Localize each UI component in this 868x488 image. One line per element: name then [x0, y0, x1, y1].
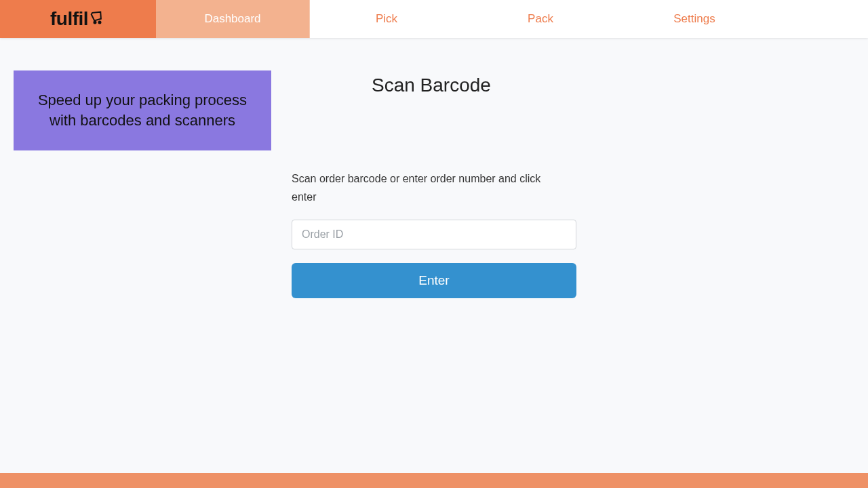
nav-tab-settings[interactable]: Settings	[618, 0, 772, 38]
cart-icon	[90, 8, 106, 30]
nav-tab-label: Dashboard	[204, 12, 260, 26]
enter-button[interactable]: Enter	[292, 263, 576, 298]
brand-logo: fulfil	[50, 8, 106, 30]
order-id-input[interactable]	[292, 220, 576, 249]
nav-tab-dashboard[interactable]: Dashboard	[156, 0, 310, 38]
main-column: Scan Barcode Scan order barcode or enter…	[292, 70, 576, 298]
logo-cell: fulfil	[0, 0, 156, 38]
footer-bar	[0, 473, 868, 488]
nav-tab-pick[interactable]: Pick	[310, 0, 464, 38]
content-area: Speed up your packing process with barco…	[0, 38, 868, 298]
svg-point-1	[99, 22, 101, 24]
page-heading: Scan Barcode	[372, 75, 576, 96]
nav-tab-label: Pack	[528, 12, 553, 26]
top-nav: fulfil Dashboard Pick Pack Settings	[0, 0, 868, 38]
brand-name: fulfil	[50, 8, 88, 30]
promo-text: Speed up your packing process with barco…	[26, 90, 259, 130]
nav-tab-pack[interactable]: Pack	[464, 0, 618, 38]
svg-point-0	[94, 22, 96, 24]
promo-banner: Speed up your packing process with barco…	[14, 70, 271, 150]
nav-tab-label: Pick	[376, 12, 397, 26]
nav-tab-label: Settings	[673, 12, 715, 26]
instruction-text: Scan order barcode or enter order number…	[292, 169, 563, 206]
